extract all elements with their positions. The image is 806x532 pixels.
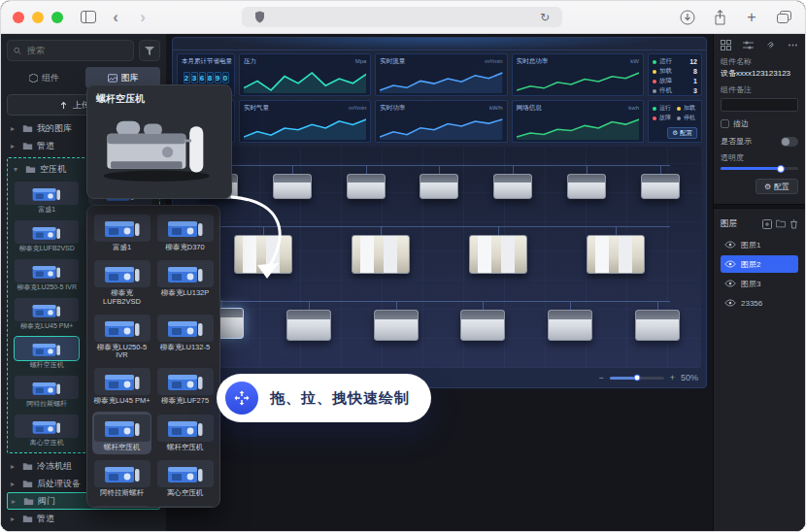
machine-compressor[interactable] [374, 310, 419, 341]
sidebar-asset[interactable]: 阿特拉斯螺杆 [12, 374, 83, 410]
palette-item[interactable]: 柳泰克LU132P [155, 257, 215, 309]
machine-compressor[interactable] [420, 174, 458, 199]
compressor-icon [103, 216, 142, 241]
more-icon[interactable] [788, 40, 798, 50]
sidebar-asset[interactable]: 离心空压机 [12, 413, 83, 449]
machine-dryer[interactable] [469, 235, 527, 274]
machine-compressor[interactable] [635, 310, 680, 341]
sidebar-asset[interactable]: 柳泰克LU45 PM+ [12, 296, 83, 332]
search-box[interactable] [7, 40, 134, 61]
chevron-down-icon: ▾ [14, 165, 21, 174]
palette-item[interactable]: 离心空压机 [92, 503, 151, 508]
palette-item[interactable]: 离心空压机 [155, 503, 215, 508]
downloads-button[interactable] [678, 8, 697, 27]
machine-compressor[interactable] [567, 174, 606, 199]
layer-row[interactable]: 图层3 [721, 275, 798, 292]
panel-divider [714, 204, 805, 209]
sidebar-toggle-icon[interactable] [79, 8, 98, 27]
asset-label: 柳泰克LU250-5 IVR [17, 283, 77, 291]
machine-compressor[interactable] [641, 174, 680, 199]
machine-dryer[interactable] [352, 235, 410, 274]
search-input[interactable] [25, 45, 127, 56]
opacity-label: 透明度 [721, 152, 798, 163]
machine-compressor[interactable] [493, 174, 532, 199]
eye-icon[interactable] [724, 241, 736, 249]
sidebar-asset[interactable]: 富盛1 [12, 180, 83, 216]
eye-icon[interactable] [724, 280, 736, 287]
tab-components[interactable]: 组件 [7, 67, 82, 88]
machine-compressor[interactable] [548, 310, 592, 341]
sidebar-asset[interactable]: 柳泰克LUFB2VSD [12, 218, 83, 254]
share-icon[interactable] [710, 8, 729, 27]
folder-icon[interactable] [776, 219, 786, 228]
component-name-label: 组件名称 [721, 56, 798, 67]
asset-preview-card: 螺杆空压机 [86, 84, 232, 199]
palette-item[interactable]: 富盛1 [92, 212, 151, 254]
sidebar-asset[interactable]: 柳泰克LU250-5 IVR [12, 257, 83, 293]
eye-icon[interactable] [724, 299, 736, 307]
palette-item[interactable]: 柳泰克LU250-5 IVR [92, 312, 151, 363]
layer-row[interactable]: 图层2 [721, 255, 798, 273]
palette-item[interactable]: 柳泰克D370 [155, 212, 215, 254]
palette-item[interactable]: 螺杆空压机 [155, 412, 215, 454]
fullscreen-button[interactable] [51, 12, 63, 23]
forward-button[interactable]: › [133, 8, 152, 27]
dashboard-config-button[interactable]: ⚙配置 [667, 127, 697, 139]
zoom-slider[interactable] [610, 377, 664, 380]
compressor-icon [103, 316, 142, 341]
cube-icon [29, 74, 38, 83]
charts-grid: 本月累计节省电量236890压力Mpa实时流量m³/min实时总功率kW运行12… [177, 53, 702, 143]
palette-item[interactable]: 阿特拉斯螺杆 [92, 457, 151, 500]
upload-icon [59, 101, 68, 110]
zoom-in-button[interactable]: + [670, 373, 675, 382]
back-button[interactable]: ‹ [106, 8, 125, 27]
opacity-slider[interactable] [721, 167, 798, 170]
compressor-icon [103, 369, 142, 394]
palette-item[interactable]: 柳泰克LU132-5 [155, 312, 215, 363]
chart-title: 实时功率 [380, 104, 405, 113]
new-tab-button[interactable]: + [742, 8, 761, 27]
machine-compressor[interactable] [460, 310, 505, 341]
palette-item[interactable]: 离心空压机 [155, 457, 215, 500]
chart-unit: kW [630, 58, 639, 64]
palette-item[interactable]: 螺杆空压机 [92, 412, 151, 454]
filter-icon[interactable] [139, 40, 160, 61]
machine-dryer[interactable] [587, 235, 645, 274]
link-icon[interactable] [765, 40, 776, 50]
config-button[interactable]: ⚙ 配置 [756, 179, 798, 194]
grid-icon[interactable] [721, 40, 731, 50]
chevron-right-icon: ▸ [11, 142, 18, 150]
sidebar-asset[interactable]: 螺杆空压机 [12, 335, 83, 371]
sidebar-group-item[interactable]: ▸管道 [7, 510, 160, 527]
opacity-slider-handle[interactable] [777, 165, 785, 173]
add-layer-icon[interactable] [762, 219, 772, 229]
zoom-out-button[interactable]: − [598, 373, 603, 382]
eye-icon[interactable] [724, 260, 736, 268]
layer-row[interactable]: 图层1 [721, 236, 798, 253]
visibility-toggle[interactable] [781, 137, 798, 147]
trash-icon[interactable] [789, 219, 798, 229]
layer-label: 图层2 [741, 259, 760, 270]
image-icon [108, 74, 118, 83]
palette-item[interactable]: 柳泰克LUFB2VSD [92, 257, 151, 309]
palette-item[interactable]: 柳泰克LUF275 [155, 365, 215, 408]
close-button[interactable] [13, 12, 24, 23]
sliders-icon[interactable] [743, 40, 754, 50]
compressor-icon [103, 416, 142, 441]
sparkline-chart [517, 68, 639, 93]
machine-compressor[interactable] [286, 310, 331, 341]
reload-button[interactable]: ↻ [535, 8, 554, 27]
tabs-overview-button[interactable] [774, 8, 793, 27]
stroke-checkbox[interactable] [721, 119, 729, 128]
palette-item-label: 螺杆空压机 [104, 444, 141, 451]
zoom-slider-handle[interactable] [633, 375, 640, 382]
component-note-input[interactable] [721, 98, 798, 112]
address-bar[interactable]: ↻ [242, 7, 562, 27]
machine-compressor[interactable] [347, 174, 386, 199]
compressor-icon [31, 416, 62, 437]
asset-label: 柳泰克LUFB2VSD [19, 245, 75, 252]
layer-row[interactable]: 23356 [721, 294, 798, 312]
minimize-button[interactable] [32, 12, 44, 23]
palette-item[interactable]: 柳泰克LU45 PM+ [92, 365, 151, 408]
sidebar-group-item[interactable]: ▸阀门 [7, 527, 160, 531]
